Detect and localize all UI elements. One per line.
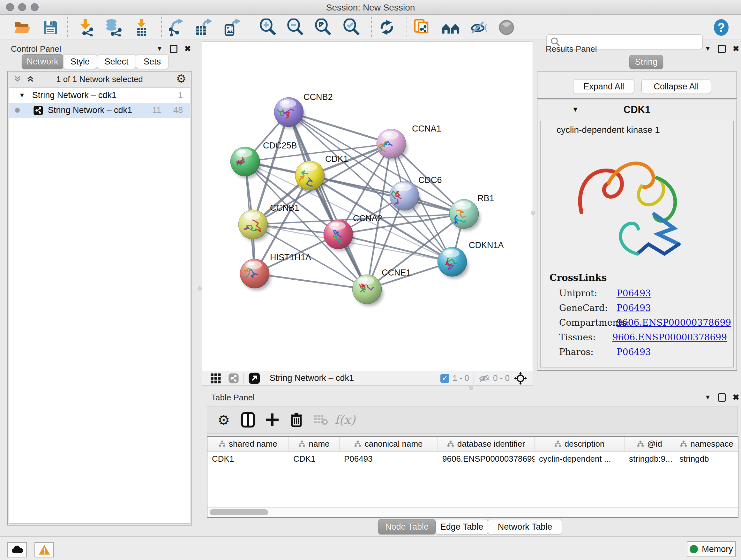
export-network-icon[interactable] (166, 18, 185, 37)
results-float-icon[interactable] (718, 45, 726, 53)
open-in-window-icon[interactable] (248, 372, 260, 384)
column-header-namespace[interactable]: namespace (675, 437, 738, 451)
tab-network-table[interactable]: Network Table (488, 519, 562, 535)
help-icon[interactable]: ? (712, 18, 731, 37)
open-session-icon[interactable] (13, 18, 32, 37)
table-close-icon[interactable]: ✖ (733, 393, 739, 402)
zoom-out-icon[interactable] (286, 18, 305, 37)
crosslink-link[interactable]: P06493 (616, 347, 651, 357)
tab-network[interactable]: Network (22, 54, 63, 69)
delete-table-icon[interactable] (309, 410, 333, 430)
panel-collapse-icon[interactable]: ▼ (156, 45, 163, 52)
warning-button[interactable] (35, 542, 54, 557)
column-header-shared-name[interactable]: shared name (207, 437, 289, 451)
panel-close-icon[interactable]: ✖ (185, 44, 191, 53)
table-row[interactable]: CDK1CDK1P064939606.ENSP00000378699cyclin… (207, 451, 738, 466)
table-cell[interactable]: 9606.ENSP00000378699 (438, 454, 535, 464)
crosslink-label: Tissues: (549, 332, 612, 343)
cloud-button[interactable] (7, 542, 27, 557)
network-canvas[interactable]: CCNB2CCNA1CDC25BCDK1CDC6RB1CCNB1CCNA2CDK… (202, 42, 533, 371)
first-neighbors-icon[interactable] (441, 18, 460, 37)
column-header-canonical-name[interactable]: canonical name (340, 437, 438, 451)
table-collapse-icon[interactable]: ▼ (704, 394, 711, 401)
table-cell[interactable]: stringdb (675, 454, 738, 464)
protein-node-RB1[interactable] (449, 199, 480, 231)
collection-count: 1 (178, 90, 183, 100)
table-options-gear-icon[interactable]: ⚙ (212, 410, 236, 430)
expand-all-icon[interactable] (26, 75, 35, 83)
protein-node-CDKN1A[interactable] (437, 247, 468, 279)
expand-all-button[interactable]: Expand All (573, 79, 634, 94)
network-options-gear-icon[interactable]: ⚙ (176, 72, 186, 85)
add-column-icon[interactable] (260, 410, 284, 430)
export-image-icon[interactable] (222, 18, 241, 37)
table-horizontal-scrollbar[interactable] (207, 507, 738, 517)
crosslink-link[interactable]: 9606.ENSP00000378699 (616, 317, 731, 328)
protein-node-HIST1H1A[interactable] (240, 259, 271, 291)
protein-structure-image (569, 148, 703, 263)
import-network-file-icon[interactable] (77, 18, 96, 37)
show-columns-icon[interactable] (236, 410, 260, 430)
results-close-icon[interactable]: ✖ (733, 44, 739, 53)
tab-string[interactable]: String (629, 55, 663, 69)
crosslink-row: GeneCard:P06493 (549, 300, 727, 315)
network-share-icon[interactable] (228, 373, 239, 384)
network-collection-row[interactable]: ▼ String Network – cdk1 1 (9, 88, 190, 103)
collapse-all-button[interactable]: Collapse All (642, 79, 711, 94)
left-splitter-grip[interactable] (198, 287, 202, 291)
scrollbar-thumb[interactable] (210, 509, 268, 515)
node-table[interactable]: shared namenamecanonical namedatabase id… (207, 436, 738, 518)
hidden-eye-icon (478, 374, 490, 383)
memory-button[interactable]: Memory (687, 541, 736, 557)
fit-selected-crosshair-icon[interactable] (514, 372, 527, 385)
selected-checkbox-icon[interactable]: ✓ (441, 374, 449, 383)
protein-node-CCNA2[interactable] (324, 220, 354, 251)
table-cell[interactable]: CDK1 (289, 454, 340, 464)
hidden-count: 0 - 0 (493, 373, 510, 383)
zoom-fit-icon[interactable] (314, 18, 333, 37)
collapse-all-icon[interactable] (13, 75, 22, 83)
protein-node-CDC25B[interactable] (230, 147, 261, 179)
save-session-icon[interactable] (41, 18, 60, 37)
show-all-icon[interactable] (497, 18, 516, 37)
zoom-selected-icon[interactable] (342, 18, 361, 37)
column-header--id[interactable]: @id (624, 437, 675, 451)
column-header-description[interactable]: description (535, 437, 624, 451)
tree-expander-icon[interactable]: ▼ (19, 91, 25, 99)
tab-style[interactable]: Style (63, 54, 97, 69)
function-builder-icon[interactable]: f(x) (333, 410, 357, 430)
export-table-icon[interactable] (194, 18, 213, 37)
delete-column-icon[interactable] (284, 410, 309, 430)
table-cell[interactable]: cyclin-dependent ... (535, 454, 624, 464)
crosslink-link[interactable]: P06493 (616, 303, 651, 313)
tab-edge-table[interactable]: Edge Table (435, 519, 488, 535)
new-network-from-selection-icon[interactable] (412, 18, 431, 37)
table-panel: Table Panel ▼ ✖ ⚙ f(x) shared namenameca… (203, 388, 741, 537)
column-header-name[interactable]: name (289, 437, 340, 451)
crosslink-link[interactable]: 9606.ENSP00000378699 (612, 332, 727, 343)
network-label: String Network – cdk1 (48, 105, 132, 115)
hide-selected-icon[interactable] (469, 18, 488, 37)
table-float-icon[interactable] (718, 393, 726, 401)
import-table-file-icon[interactable] (132, 18, 151, 37)
protein-node-CCNA1[interactable] (377, 129, 408, 161)
tab-node-table[interactable]: Node Table (378, 519, 435, 535)
table-cell[interactable]: CDK1 (207, 454, 289, 464)
tab-sets[interactable]: Sets (136, 54, 169, 69)
table-cell[interactable]: stringdb:9... (624, 454, 675, 464)
network-row[interactable]: String Network – cdk1 11 48 (9, 103, 190, 118)
column-header-database-identifier[interactable]: database identifier (438, 437, 535, 451)
apply-layout-icon[interactable] (377, 18, 396, 37)
results-collapse-icon[interactable]: ▼ (704, 45, 711, 52)
import-network-database-icon[interactable] (104, 18, 123, 37)
table-cell[interactable]: P06493 (340, 454, 438, 464)
node-label-CCNA1: CCNA1 (412, 124, 441, 133)
birdseye-grid-icon[interactable] (210, 373, 221, 384)
zoom-in-icon[interactable] (259, 18, 278, 37)
tab-select[interactable]: Select (97, 54, 136, 69)
crosslink-link[interactable]: P06493 (616, 288, 651, 299)
node-count: 11 (152, 105, 161, 115)
panel-float-icon[interactable] (170, 45, 178, 53)
memory-label: Memory (702, 544, 733, 554)
node-label-CDKN1A: CDKN1A (469, 240, 504, 250)
